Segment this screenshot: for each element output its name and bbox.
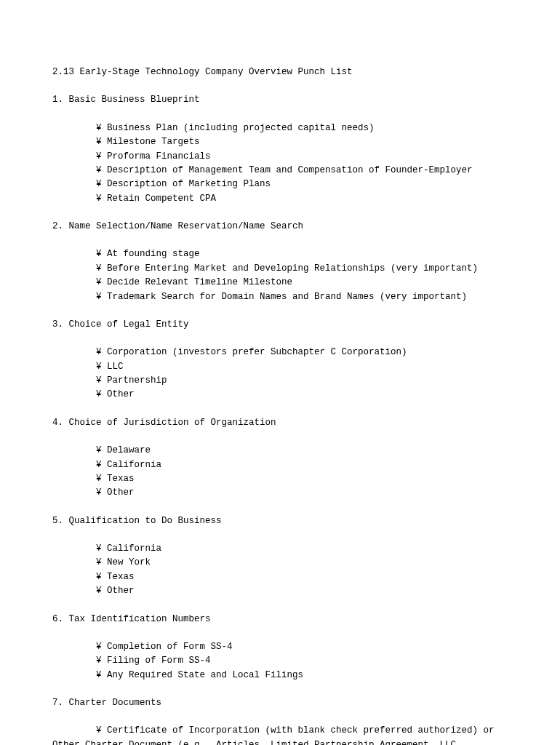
section-5-heading: 5. Qualification to Do Business <box>52 514 508 528</box>
section-2-heading: 2. Name Selection/Name Reservation/Name … <box>52 220 508 234</box>
list-item: ¥ At founding stage <box>52 247 508 261</box>
list-item: ¥ Trademark Search for Domain Names and … <box>52 290 508 304</box>
document-title: 2.13 Early-Stage Technology Company Over… <box>52 65 508 79</box>
list-item: ¥ New York <box>52 556 508 570</box>
section-7-heading: 7. Charter Documents <box>52 696 508 710</box>
list-item: ¥ Decide Relevant Timeline Milestone <box>52 276 508 290</box>
section-6-heading: 6. Tax Identification Numbers <box>52 613 508 626</box>
list-item: ¥ Delaware <box>52 444 508 458</box>
list-item: ¥ Proforma Financials <box>52 150 508 164</box>
list-item: ¥ Other <box>52 486 508 500</box>
list-item: ¥ Description of Management Team and Com… <box>52 164 508 178</box>
list-item: ¥ Completion of Form SS-4 <box>52 640 508 654</box>
list-item: ¥ Partnership <box>52 374 508 388</box>
section-7: 7. Charter Documents ¥ Certificate of In… <box>52 696 508 745</box>
list-item-continuation: Other Charter Document (e.g., Articles, … <box>52 738 508 745</box>
list-item: ¥ California <box>52 542 508 556</box>
section-3: 3. Choice of Legal Entity ¥ Corporation … <box>52 318 508 402</box>
section-2: 2. Name Selection/Name Reservation/Name … <box>52 220 508 304</box>
section-1-heading: 1. Basic Business Blueprint <box>52 93 508 107</box>
list-item: ¥ Texas <box>52 570 508 584</box>
section-5: 5. Qualification to Do Business ¥ Califo… <box>52 514 508 599</box>
list-item: ¥ Corporation (investors prefer Subchapt… <box>52 346 508 359</box>
list-item: ¥ Before Entering Market and Developing … <box>52 262 508 276</box>
list-item: ¥ Texas <box>52 472 508 486</box>
list-item: ¥ Any Required State and Local Filings <box>52 669 508 682</box>
list-item: ¥ LLC <box>52 360 508 374</box>
list-item: ¥ Retain Competent CPA <box>52 192 508 206</box>
list-item: ¥ California <box>52 458 508 472</box>
list-item: ¥ Other <box>52 388 508 402</box>
list-item: ¥ Filing of Form SS-4 <box>52 654 508 668</box>
list-item: ¥ Milestone Targets <box>52 135 508 149</box>
section-4-heading: 4. Choice of Jurisdiction of Organizatio… <box>52 416 508 430</box>
section-3-heading: 3. Choice of Legal Entity <box>52 318 508 332</box>
section-4: 4. Choice of Jurisdiction of Organizatio… <box>52 416 508 501</box>
section-6: 6. Tax Identification Numbers ¥ Completi… <box>52 613 508 683</box>
list-item: ¥ Business Plan (including projected cap… <box>52 121 508 135</box>
list-item: ¥ Description of Marketing Plans <box>52 178 508 191</box>
list-item: ¥ Certificate of Incorporation (with bla… <box>52 724 508 738</box>
list-item: ¥ Other <box>52 584 508 598</box>
section-1: 1. Basic Business Blueprint ¥ Business P… <box>52 93 508 206</box>
